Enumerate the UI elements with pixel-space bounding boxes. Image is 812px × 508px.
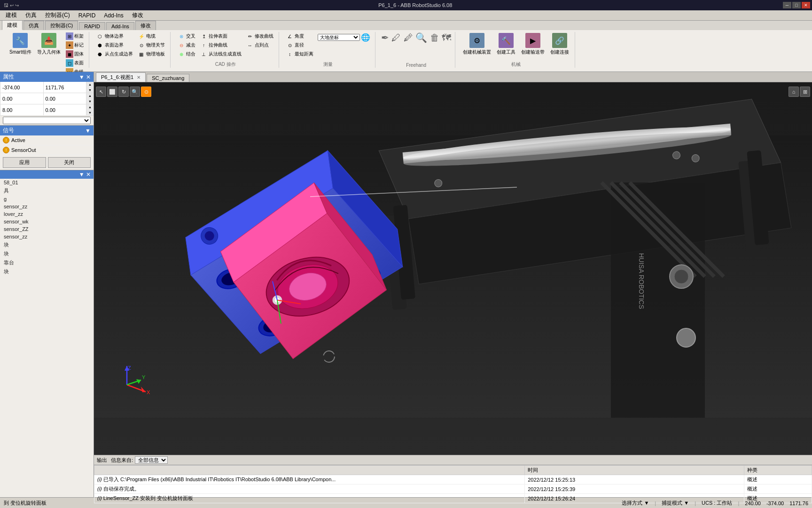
vp-btn-fit[interactable]: ⊞	[800, 87, 810, 97]
prop-x3-input[interactable]	[0, 104, 43, 115]
tree-item-7[interactable]: sensor_zz	[0, 233, 94, 240]
vp-tab-sc[interactable]: SC_zuzhuang	[147, 74, 189, 82]
tree-item-11[interactable]: 块	[0, 267, 94, 276]
tab-xiugai[interactable]: 修改	[135, 21, 156, 30]
btn-solid[interactable]: ◼ 固体	[64, 50, 85, 58]
select-mode[interactable]: 选择方式 ▼	[622, 500, 649, 507]
btn-frame[interactable]: ⊞ 框架	[64, 32, 85, 40]
btn-angle[interactable]: ∠ 角度	[285, 32, 315, 40]
btn-create-conveyor[interactable]: ▶ 创建输送带	[519, 32, 547, 56]
svg-point-56	[677, 328, 695, 347]
tree-item-4[interactable]: lover_zz	[0, 210, 94, 218]
btn-union[interactable]: ⊕ 结合	[176, 50, 197, 58]
smart-icon: 🔧	[13, 33, 28, 48]
tree-item-10[interactable]: 靠台	[0, 258, 94, 267]
btn-intersect[interactable]: ⊗ 交叉	[176, 32, 197, 40]
vp-btn-zoom[interactable]: 🔍	[130, 87, 140, 97]
spin-up-2[interactable]: ▲	[86, 93, 94, 99]
output-cell-msg: (i) 自动保存完成。	[94, 484, 525, 494]
vp-btn-target[interactable]: ⊙	[141, 87, 151, 97]
tree-item-2[interactable]: g	[0, 195, 94, 203]
btn-extrude-curve[interactable]: ↑ 拉伸曲线	[199, 41, 243, 49]
btn-mod-curve[interactable]: ✏ 修改曲线	[245, 32, 275, 40]
vp-btn-home[interactable]: ⌂	[789, 87, 799, 97]
close-button[interactable]: 关闭	[48, 157, 91, 168]
spin-dn-1[interactable]: ▼	[86, 87, 94, 93]
apply-button[interactable]: 应用	[3, 157, 46, 168]
svg-text:HUISA ROBOTICS: HUISA ROBOTICS	[638, 253, 645, 309]
signal-close[interactable]: ▼	[85, 127, 91, 134]
btn-elec[interactable]: ⚡ 电缆	[136, 32, 166, 40]
vp-btn-select[interactable]: ⬜	[107, 87, 117, 97]
btn-subtract[interactable]: ⊖ 减去	[176, 41, 197, 49]
btn-phys-contact[interactable]: ⊙ 物理关节	[136, 41, 166, 49]
viewport[interactable]: P6_1_6:视图1 ✕ SC_zuzhuang ↖ ⬜ ↻ 🔍 ⊙ ⌂ ⊞	[94, 72, 812, 455]
prop-x-input[interactable]	[0, 82, 43, 93]
btn-diameter[interactable]: ⊙ 直径	[285, 41, 315, 49]
btn-create-mech[interactable]: ⚙ 创建机械装置	[461, 32, 493, 56]
phys-floor-icon: ▦	[138, 50, 145, 58]
signal-header[interactable]: 信号 ▼	[0, 126, 94, 135]
prop-x2-input[interactable]	[0, 93, 43, 104]
btn-smart[interactable]: 🔧 Smart组件	[8, 32, 33, 56]
prop-dropdown[interactable]	[3, 117, 91, 124]
tree-item-8[interactable]: 块	[0, 240, 94, 249]
signal-active-label: Active	[11, 137, 25, 143]
tab-addins[interactable]: Add-Ins	[106, 22, 134, 30]
spin-up-3[interactable]: ▲	[86, 104, 94, 110]
spin-dn-3[interactable]: ▼	[86, 110, 94, 116]
filter-select[interactable]: 全部信息	[135, 456, 168, 464]
btn-mark[interactable]: ✦ 标记	[64, 41, 85, 49]
menu-rapid[interactable]: RAPID	[75, 11, 100, 20]
vp-tab-main-close[interactable]: ✕	[137, 75, 141, 80]
btn-extrude-surf[interactable]: ↥ 拉伸表面	[199, 32, 243, 40]
tree-item-1[interactable]: 具	[0, 186, 94, 195]
prop-y3-input[interactable]	[43, 104, 86, 115]
btn-pt-boundary[interactable]: ⬣ 从点生成边界	[95, 50, 134, 58]
tab-rapid[interactable]: RAPID	[79, 22, 105, 30]
tree-item-6[interactable]: sensor_ZZ	[0, 225, 94, 233]
properties-header[interactable]: 属性 ▼ ✕	[0, 72, 94, 82]
btn-surface[interactable]: ◻ 表面	[64, 59, 85, 67]
spin-dn-2[interactable]: ▼	[86, 99, 94, 104]
btn-create-tool[interactable]: 🔨 创建工具	[495, 32, 517, 56]
btn-normal-line[interactable]: ⊥ 从法线生成直线	[199, 50, 243, 58]
vp-tab-main[interactable]: P6_1_6:视图1 ✕	[96, 72, 146, 82]
btn-create-conn[interactable]: 🔗 创建连接	[548, 32, 571, 56]
signal-sensorout-label: SensorOut	[11, 147, 36, 153]
menu-xiugai[interactable]: 修改	[128, 10, 147, 20]
menu-addins[interactable]: Add-Ins	[100, 11, 127, 20]
tree-header[interactable]: ▼ ✕	[0, 170, 94, 179]
tree-item-9[interactable]: 块	[0, 249, 94, 258]
tree-item-5[interactable]: sensor_wk	[0, 218, 94, 225]
snap-mode[interactable]: 捕捉模式 ▼	[662, 500, 689, 507]
properties-close[interactable]: ▼ ✕	[79, 74, 91, 80]
btn-pt-to-pt[interactable]: ↔ 点到点	[245, 41, 275, 49]
menu-jianjian[interactable]: 建模	[2, 10, 21, 20]
maximize-button[interactable]: □	[792, 2, 801, 8]
btn-min-dist[interactable]: ↕ 最短距离	[285, 50, 315, 58]
tab-fangzhen[interactable]: 仿真	[23, 21, 44, 30]
minimize-button[interactable]: ─	[783, 2, 791, 8]
msg-text: LineSensor_ZZ 安装到 变位机旋转面板	[103, 495, 193, 501]
btn-obj-boundary[interactable]: ⬡ 物体边界	[95, 32, 134, 40]
menu-kongzhi[interactable]: 控制器(C)	[41, 10, 74, 20]
btn-import[interactable]: 📥 导入几何体	[35, 32, 62, 56]
tree-controls: ▼ ✕	[79, 171, 91, 178]
tab-jianjian[interactable]: 建模	[2, 20, 23, 30]
tree-item-0[interactable]: 58_01	[0, 179, 94, 186]
tree-item-3[interactable]: sensor_zz	[0, 203, 94, 210]
vp-btn-rotate[interactable]: ↻	[118, 87, 129, 97]
col-time: 时间	[525, 466, 744, 475]
3d-scene[interactable]: Z X Y	[94, 98, 812, 455]
close-button[interactable]: ✕	[802, 2, 810, 8]
tab-kongzhi[interactable]: 控制器(C)	[45, 21, 78, 30]
btn-phys-floor[interactable]: ▦ 物理地板	[136, 50, 166, 58]
prop-y-input[interactable]	[43, 82, 86, 93]
btn-surf-boundary[interactable]: ⬢ 表面边界	[95, 41, 134, 49]
menu-fangzhen[interactable]: 仿真	[22, 10, 40, 20]
coord-select[interactable]: 大地坐标	[318, 34, 360, 41]
spin-up-1[interactable]: ▲	[86, 82, 94, 87]
prop-y2-input[interactable]	[43, 93, 86, 104]
vp-btn-cursor[interactable]: ↖	[96, 87, 106, 97]
